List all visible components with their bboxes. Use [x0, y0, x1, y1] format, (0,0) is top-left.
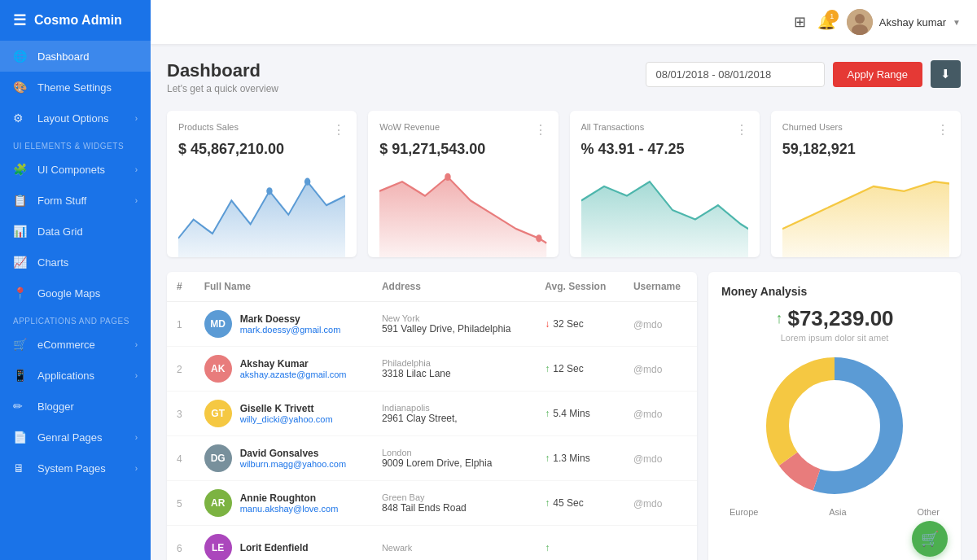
download-button[interactable]: ⬇: [931, 60, 961, 88]
city: Green Bay: [382, 492, 525, 502]
up-arrow-icon: ↑: [775, 310, 782, 327]
cart-fab-button[interactable]: 🛒: [912, 521, 948, 557]
user-name: Akshay kumar: [879, 16, 946, 28]
chevron-right-icon: ›: [135, 196, 138, 205]
session-cell: ↑ 12 Sec: [535, 347, 624, 392]
sidebar-item-blogger[interactable]: ✏ Blogger: [0, 391, 151, 422]
username-cell: @mdo: [624, 481, 697, 526]
user-email[interactable]: akshay.azaste@gmail.com: [240, 370, 347, 379]
chevron-right-icon: ›: [135, 165, 138, 174]
sidebar-item-label: Google Maps: [37, 287, 138, 300]
city: New York: [382, 313, 525, 323]
sidebar-item-ecommerce[interactable]: 🛒 eCommerce ›: [0, 329, 151, 360]
street: 3318 Lilac Lane: [382, 368, 525, 379]
username: @mdo: [633, 498, 663, 510]
sidebar-item-label: Applications: [37, 370, 135, 382]
table-row: 1 MD Mark Doessy mark.doessy@gmail.com N…: [167, 302, 697, 347]
session-up-icon: ↑: [545, 408, 550, 419]
more-options-icon[interactable]: ⋮: [735, 122, 748, 138]
svg-marker-10: [782, 182, 949, 257]
city: Indianapolis: [382, 403, 525, 413]
stat-value: $ 45,867,210.00: [178, 141, 345, 158]
page-header: Dashboard Let's get a quick overview App…: [167, 60, 961, 94]
stat-label: All Transactions: [581, 122, 645, 132]
svg-marker-9: [581, 182, 748, 257]
chart-area-1: [178, 163, 345, 257]
address-cell: New York 591 Valley Drive, Philadelphia: [372, 302, 535, 347]
street: 9009 Lorem Drive, Elphia: [382, 457, 525, 469]
user-cell: DG David Gonsalves wilburn.magg@yahoo.co…: [195, 436, 372, 481]
money-title: Money Analysis: [721, 285, 807, 298]
sidebar-item-dashboard[interactable]: 🌐 Dashboard: [0, 41, 151, 72]
chevron-right-icon: ›: [135, 433, 138, 442]
sidebar-item-label: Charts: [37, 256, 138, 269]
stat-card-header: Products Sales ⋮: [178, 122, 345, 138]
hamburger-icon[interactable]: ☰: [13, 11, 26, 29]
sidebar-item-label: Theme Settings: [37, 81, 138, 94]
sidebar-item-general-pages[interactable]: 📄 Genral Pages ›: [0, 422, 151, 453]
sidebar-item-applications[interactable]: 📱 Applications ›: [0, 360, 151, 391]
sidebar-item-data-grid[interactable]: 📊 Data Grid: [0, 216, 151, 247]
stat-cards: Products Sales ⋮ $ 45,867,210.00: [167, 111, 961, 257]
donut-chart: [761, 352, 908, 499]
more-options-icon[interactable]: ⋮: [332, 122, 345, 138]
user-avatar: LE: [204, 534, 232, 560]
money-amount: $73,239.00: [787, 306, 893, 331]
col-address: Address: [372, 272, 535, 302]
col-fullname: Full Name: [195, 272, 372, 302]
svg-point-8: [536, 234, 541, 242]
username-cell: @mdo: [624, 302, 697, 347]
table-row: 3 GT Giselle K Trivett willy_dicki@yahoo…: [167, 392, 697, 436]
donut-label-other: Other: [917, 507, 940, 517]
sidebar-item-label: UI Componets: [37, 164, 135, 176]
user-name: Giselle K Trivett: [240, 403, 333, 414]
user-name: David Gonsalves: [240, 448, 346, 459]
apply-range-button[interactable]: Apply Range: [833, 62, 922, 87]
row-number: 3: [167, 392, 195, 436]
sidebar-item-form-stuff[interactable]: 📋 Form Stuff ›: [0, 185, 151, 216]
user-email[interactable]: manu.akshay@love.com: [240, 504, 339, 514]
blogger-icon: ✏: [13, 400, 29, 413]
city: Philadelphia: [382, 358, 525, 368]
user-email[interactable]: mark.doessy@gmail.com: [240, 325, 341, 335]
page-subtitle: Let's get a quick overview: [167, 83, 278, 94]
stat-card-header: WoW Revenue ⋮: [379, 122, 546, 138]
notifications[interactable]: 🔔 1: [817, 13, 835, 31]
sidebar-item-theme-settings[interactable]: 🎨 Theme Settings: [0, 72, 151, 103]
more-options-icon[interactable]: ⋮: [936, 122, 949, 138]
sidebar-item-google-maps[interactable]: 📍 Google Maps: [0, 278, 151, 308]
street: 591 Valley Drive, Philadelphia: [382, 323, 525, 335]
notification-badge: 1: [826, 10, 839, 23]
user-name: Lorit Edenfield: [240, 542, 309, 553]
theme-icon: 🎨: [13, 81, 29, 94]
user-email[interactable]: wilburn.magg@yahoo.com: [240, 459, 346, 469]
apps-grid-icon[interactable]: ⊞: [794, 13, 806, 31]
sidebar-item-ui-components[interactable]: 🧩 UI Componets ›: [0, 154, 151, 185]
address-cell: Philadelphia 3318 Lilac Lane: [372, 347, 535, 392]
sidebar-section-ui: UI Elements & Widgets: [0, 133, 151, 154]
sidebar-item-charts[interactable]: 📈 Charts: [0, 247, 151, 278]
sidebar-item-label: Data Grid: [37, 225, 138, 238]
chevron-right-icon: ›: [135, 340, 138, 349]
dashboard-icon: 🌐: [13, 50, 29, 63]
more-options-icon[interactable]: ⋮: [534, 122, 547, 138]
username-cell: [624, 526, 697, 561]
sidebar-item-label: Genral Pages: [37, 431, 135, 444]
user-menu[interactable]: Akshay kumar ▼: [847, 9, 961, 35]
sidebar-item-system-pages[interactable]: 🖥 System Pages ›: [0, 453, 151, 483]
chart-area-4: [782, 163, 949, 257]
sidebar-item-layout-options[interactable]: ⚙ Layout Options ›: [0, 103, 151, 133]
username-cell: @mdo: [624, 436, 697, 481]
sidebar-item-label: Dashboard: [37, 50, 138, 63]
date-range-input[interactable]: [646, 62, 825, 87]
svg-point-5: [304, 178, 310, 186]
svg-point-7: [445, 173, 450, 181]
stat-card-products-sales: Products Sales ⋮ $ 45,867,210.00: [167, 111, 357, 257]
user-name: Mark Doessy: [240, 313, 341, 325]
ui-icon: 🧩: [13, 163, 29, 176]
download-icon: ⬇: [940, 67, 951, 81]
apps-icon: 📱: [13, 369, 29, 382]
svg-point-1: [855, 14, 865, 24]
user-email[interactable]: willy_dicki@yahoo.com: [240, 414, 333, 424]
session-down-icon: ↓: [545, 318, 550, 330]
